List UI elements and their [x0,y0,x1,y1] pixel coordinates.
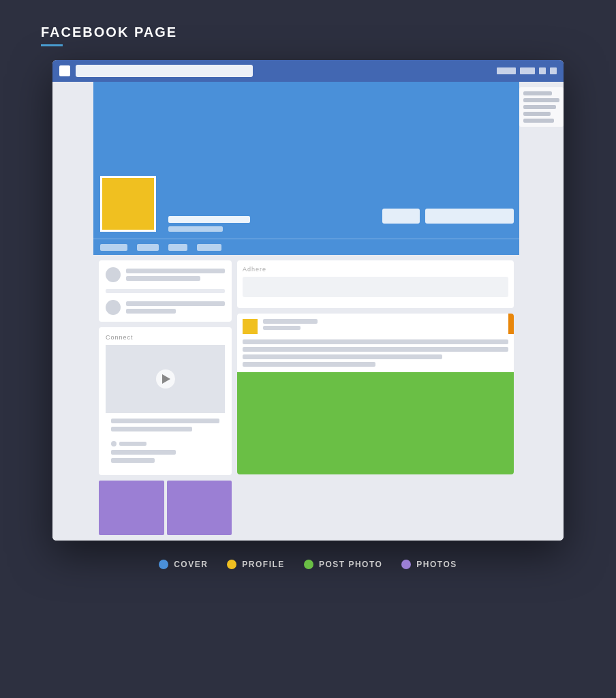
post-flag [508,314,514,334]
profile-dot [227,560,236,569]
browser-window: Connect [52,60,564,541]
page-title: FACEBOOK PAGE [41,25,575,40]
post-card [237,314,514,474]
profile-name-bar [168,216,250,223]
divider [106,289,225,293]
mini-avatar-1 [106,267,121,282]
fb-logo-icon [59,65,70,76]
photo-tile-1[interactable] [99,481,164,535]
text-line [119,442,147,446]
sidebar-line [523,112,551,116]
sidebar-line [523,91,552,95]
search-bar [76,65,253,77]
nav-icon-4 [550,67,557,74]
nav-tab-2[interactable] [137,244,159,251]
text-line [126,301,225,306]
legend: COVER PROFILE POST PHOTO PHOTOS [159,560,457,569]
cover-photo [93,82,519,198]
cover-label: COVER [174,560,208,569]
follow-button[interactable] [382,209,420,224]
title-underline [41,44,63,46]
post-photo-label: POST PHOTO [319,560,382,569]
sidebar-line [523,98,559,102]
nav-icons [497,67,557,74]
like-icon [111,441,117,446]
text-line [243,362,375,367]
post-photo-dot [304,560,313,569]
mini-avatar-2 [106,300,121,315]
video-section-label: Connect [106,334,225,341]
text-line [243,347,508,352]
legend-item-photos: PHOTOS [401,560,457,569]
page-header: FACEBOOK PAGE [0,0,616,60]
sidebar-line [523,105,556,109]
text-line [243,339,508,344]
post-header [237,314,514,337]
spacer [111,435,219,438]
legend-item-profile: PROFILE [227,560,285,569]
text-line [126,309,176,314]
video-meta [111,441,219,446]
message-button[interactable] [425,209,514,224]
nav-icon-2 [520,67,535,74]
post-meta [263,319,508,330]
text-line [111,427,192,431]
post-author [263,319,318,324]
right-column: Adhere [237,260,514,535]
browser-navbar [52,60,564,82]
fb-content: Connect [52,82,564,541]
profile-section [93,198,519,239]
status-input[interactable] [243,277,508,297]
text-line [126,269,225,273]
text-line [126,276,200,281]
nav-icon-1 [497,67,516,74]
legend-item-post-photo: POST PHOTO [304,560,382,569]
video-thumbnail[interactable] [106,345,225,413]
photo-tile-2[interactable] [167,481,232,535]
video-card: Connect [99,327,232,475]
photos-grid [99,481,232,535]
play-button[interactable] [156,369,175,389]
about-row-2 [106,300,225,315]
photos-dot [401,560,411,569]
fb-columns: Connect [93,255,519,541]
text-line [111,450,176,455]
cover-dot [159,560,168,569]
about-row-1 [106,267,225,282]
profile-subtitle-bar [168,226,223,232]
nav-tab-4[interactable] [197,244,221,251]
about-text-2 [126,301,225,314]
legend-item-cover: COVER [159,560,208,569]
about-card [99,260,232,322]
profile-avatar [100,176,156,232]
text-line [111,419,219,423]
left-column: Connect [99,260,232,535]
profile-buttons [382,209,519,232]
play-icon [162,374,170,384]
left-gutter [52,82,93,541]
text-line [111,458,155,463]
sidebar-widget [519,87,564,127]
video-description [106,413,225,468]
profile-info [168,216,250,232]
nav-tab-3[interactable] [168,244,187,251]
sidebar-line [523,119,554,123]
fb-main: Connect [93,82,519,541]
status-card: Adhere [237,260,514,308]
post-photo [237,372,514,474]
post-avatar [243,319,258,334]
nav-tab-1[interactable] [100,244,127,251]
about-text-1 [126,269,225,281]
profile-nav [93,239,519,255]
profile-label: PROFILE [242,560,285,569]
nav-icon-3 [539,67,546,74]
post-time [263,326,301,330]
status-label: Adhere [243,266,508,273]
post-text-area [237,337,514,372]
text-line [243,354,442,359]
right-sidebar [519,82,564,541]
photos-label: PHOTOS [416,560,457,569]
